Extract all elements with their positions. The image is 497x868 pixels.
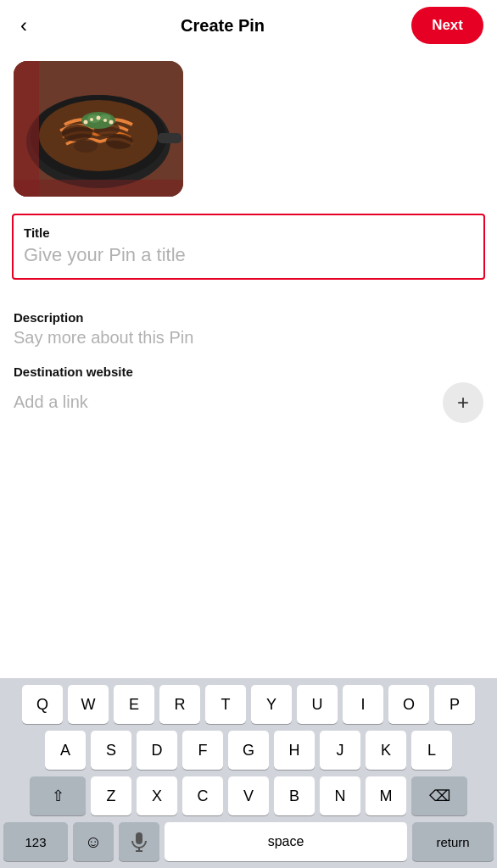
key-U[interactable]: U (297, 685, 338, 724)
num-key[interactable]: 123 (3, 822, 68, 861)
svg-rect-18 (14, 180, 183, 197)
key-Q[interactable]: Q (22, 685, 63, 724)
form-section: Title Give your Pin a title Description … (0, 214, 497, 358)
keyboard-row-2: A S D F G H J K L (3, 731, 494, 770)
plus-icon: + (457, 391, 469, 415)
page-title: Create Pin (181, 16, 265, 36)
keyboard-row-4: 123 ☺ space return (3, 822, 494, 861)
key-C[interactable]: C (182, 776, 223, 815)
key-J[interactable]: J (320, 731, 360, 770)
destination-label: Destination website (14, 364, 483, 379)
backspace-key[interactable]: ⌫ (411, 776, 467, 815)
svg-point-15 (109, 120, 114, 125)
key-V[interactable]: V (228, 776, 269, 815)
key-B[interactable]: B (274, 776, 315, 815)
key-K[interactable]: K (366, 731, 406, 770)
back-button[interactable]: ‹ (14, 7, 34, 44)
key-N[interactable]: N (320, 776, 360, 815)
description-label: Description (14, 310, 483, 325)
key-G[interactable]: G (228, 731, 269, 770)
key-H[interactable]: H (274, 731, 315, 770)
pin-image-thumbnail[interactable] (14, 61, 183, 197)
key-M[interactable]: M (366, 776, 406, 815)
key-W[interactable]: W (68, 685, 109, 724)
key-S[interactable]: S (91, 731, 131, 770)
key-F[interactable]: F (182, 731, 223, 770)
description-field[interactable]: Description Say more about this Pin (14, 300, 483, 358)
svg-point-14 (103, 119, 107, 122)
key-I[interactable]: I (343, 685, 383, 724)
title-field[interactable]: Title Give your Pin a title (12, 214, 485, 280)
key-A[interactable]: A (45, 731, 86, 770)
destination-row: Add a link + (14, 382, 483, 423)
title-input-placeholder[interactable]: Give your Pin a title (24, 243, 473, 268)
key-Y[interactable]: Y (251, 685, 292, 724)
svg-rect-19 (136, 832, 142, 844)
shift-key[interactable]: ⇧ (30, 776, 86, 815)
key-L[interactable]: L (411, 731, 452, 770)
destination-section: Destination website Add a link + (0, 364, 497, 423)
svg-rect-16 (158, 133, 181, 143)
svg-point-7 (74, 139, 98, 153)
emoji-key[interactable]: ☺ (73, 822, 114, 861)
title-label: Title (24, 225, 473, 240)
svg-point-3 (39, 100, 158, 171)
description-input-placeholder[interactable]: Say more about this Pin (14, 328, 483, 348)
key-O[interactable]: O (388, 685, 429, 724)
space-key[interactable]: space (165, 822, 407, 861)
image-section (0, 51, 497, 214)
add-link-button[interactable]: + (443, 382, 483, 423)
next-button[interactable]: Next (411, 7, 483, 44)
key-T[interactable]: T (205, 685, 246, 724)
key-R[interactable]: R (159, 685, 200, 724)
destination-input-placeholder[interactable]: Add a link (14, 392, 88, 412)
keyboard: Q W E R T Y U I O P A S D F G H J K L ⇧ … (0, 678, 497, 868)
header: ‹ Create Pin Next (0, 0, 497, 51)
key-P[interactable]: P (434, 685, 475, 724)
svg-point-11 (84, 120, 88, 125)
svg-rect-17 (14, 61, 39, 197)
svg-point-6 (106, 134, 133, 149)
key-E[interactable]: E (114, 685, 154, 724)
mic-key[interactable] (119, 822, 159, 861)
keyboard-row-1: Q W E R T Y U I O P (3, 685, 494, 724)
return-key[interactable]: return (412, 822, 494, 861)
svg-point-4 (62, 125, 92, 142)
key-D[interactable]: D (137, 731, 177, 770)
key-X[interactable]: X (137, 776, 177, 815)
svg-point-12 (90, 118, 93, 121)
svg-point-13 (97, 116, 101, 120)
keyboard-row-3: ⇧ Z X C V B N M ⌫ (3, 776, 494, 815)
key-Z[interactable]: Z (91, 776, 131, 815)
